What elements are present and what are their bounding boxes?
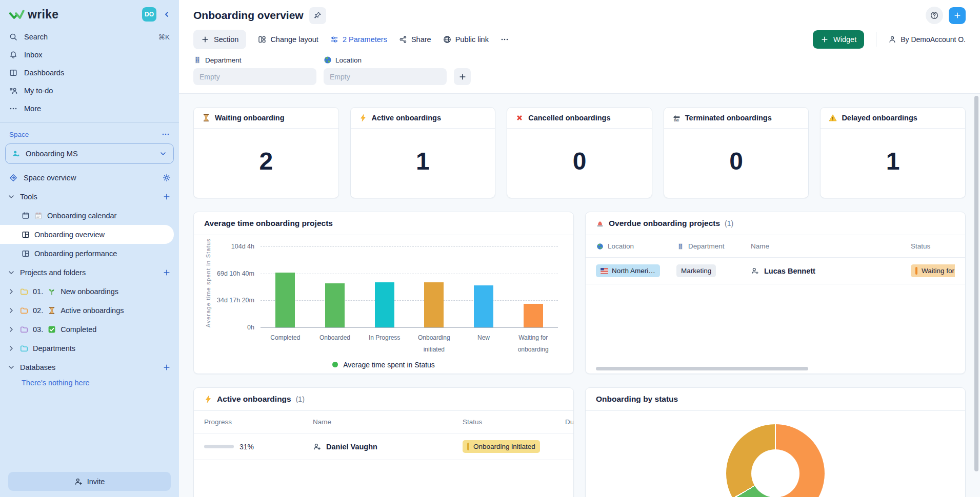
- table-row[interactable]: North Ameri…MarketingLucas BennettWaitin…: [586, 258, 965, 284]
- add-database-icon[interactable]: [163, 363, 171, 371]
- building-icon: [677, 242, 684, 250]
- status-badge: Waiting for onboa: [911, 264, 955, 277]
- bolt-icon: [359, 114, 367, 122]
- kpi-card-cancelled-onboardings[interactable]: Cancelled onboardings0: [507, 107, 652, 198]
- parameter-input-department[interactable]: [193, 68, 316, 85]
- item-prefix: 01.: [33, 287, 43, 296]
- sidebar-item-active-onboardings[interactable]: 02.Active onboardings: [0, 301, 179, 320]
- wrike-logo[interactable]: wrike: [9, 8, 58, 22]
- parameter-input-location[interactable]: [324, 68, 447, 85]
- page-header: Onboarding overview: [179, 0, 980, 26]
- gear-icon[interactable]: [163, 174, 171, 182]
- sidebar-item-my-todo[interactable]: My to-do: [0, 81, 179, 99]
- add-widget-button[interactable]: Widget: [813, 30, 864, 49]
- sidebar-item-search[interactable]: Search⌘K: [0, 28, 179, 46]
- column-header-department[interactable]: Department: [676, 242, 751, 251]
- horizontal-scrollbar[interactable]: [596, 367, 808, 370]
- add-button[interactable]: [949, 7, 966, 24]
- kpi-header: Active onboardings: [351, 108, 495, 129]
- kpi-header: Cancelled onboardings: [507, 108, 652, 129]
- space-selector[interactable]: Onboarding MS: [5, 143, 174, 164]
- invite-button[interactable]: Invite: [8, 472, 171, 491]
- sidebar-item-onboarding-performance[interactable]: Onboarding performance: [0, 244, 179, 263]
- calendar-emoji-icon: [34, 212, 43, 220]
- sidebar-section-tools[interactable]: Tools: [0, 187, 179, 206]
- kpi-value: 0: [507, 129, 652, 193]
- vertical-scrollbar[interactable]: [974, 96, 978, 471]
- sidebar-item-dashboards[interactable]: Dashboards: [0, 64, 179, 81]
- sidebar-collapse-icon[interactable]: [163, 10, 171, 18]
- item-prefix: 02.: [33, 306, 43, 315]
- end-icon: END: [672, 114, 681, 122]
- sidebar-item-inbox[interactable]: Inbox: [0, 46, 179, 64]
- sidebar-item-space-overview[interactable]: Space overview: [0, 168, 179, 187]
- sidebar-item-completed[interactable]: 03.Completed: [0, 320, 179, 339]
- pin-button[interactable]: [309, 7, 326, 24]
- more-actions-button[interactable]: [501, 35, 509, 44]
- x-axis-category: Onboarded: [310, 332, 360, 356]
- change-layout-button[interactable]: Change layout: [258, 35, 318, 44]
- share-icon: [399, 35, 407, 44]
- column-header-name[interactable]: Name: [313, 418, 463, 426]
- sidebar-section-projects[interactable]: Projects and folders: [0, 263, 179, 282]
- add-widget-label: Widget: [833, 35, 856, 44]
- public-link-label: Public link: [455, 35, 489, 44]
- chevron-right-icon[interactable]: [7, 344, 15, 353]
- widget-average-time: Average time onboarding projects Average…: [193, 212, 574, 374]
- parameters-button[interactable]: 2 Parameters: [330, 35, 387, 44]
- kpi-card-waiting-onboarding[interactable]: Waiting onboarding2: [193, 107, 339, 198]
- bar-chart: Average time spent in Status104d 4h69d 1…: [194, 246, 573, 369]
- widget-icon: [22, 250, 30, 258]
- add-project-icon[interactable]: [163, 268, 171, 277]
- sidebar-nav: Search⌘KInboxDashboardsMy to-doMore: [0, 28, 179, 117]
- sidebar-item-more[interactable]: More: [0, 99, 179, 117]
- projects-list: 01.New onboardings02.Active onboardings0…: [0, 282, 179, 358]
- share-button[interactable]: Share: [399, 35, 431, 44]
- column-header-name[interactable]: Name: [751, 242, 911, 250]
- plus-icon: [201, 35, 209, 44]
- kpi-row: Waiting onboarding2Active onboardings1Ca…: [193, 107, 966, 198]
- bar-new: [474, 285, 493, 327]
- chevron-right-icon[interactable]: [7, 306, 15, 315]
- column-header-location[interactable]: Location: [596, 242, 676, 251]
- sidebar-item-departments[interactable]: Departments: [0, 339, 179, 358]
- column-header-progress[interactable]: Progress: [204, 418, 313, 426]
- column-header-status[interactable]: Status: [463, 418, 565, 426]
- column-header-status[interactable]: Status: [911, 242, 955, 250]
- bolt-icon: [204, 395, 212, 403]
- sidebar-item-label: Departments: [33, 344, 75, 353]
- column-label: Status: [463, 418, 482, 426]
- space-more-icon[interactable]: [162, 130, 170, 138]
- column-label: Progress: [204, 418, 232, 426]
- sidebar-item-new-onboardings[interactable]: 01.New onboardings: [0, 282, 179, 301]
- kpi-card-delayed-onboardings[interactable]: Delayed onboardings1: [820, 107, 966, 198]
- page-title: Onboarding overview: [193, 9, 304, 22]
- add-parameter-button[interactable]: [454, 68, 471, 85]
- sidebar-item-onboarding-calendar[interactable]: Onboarding calendar: [0, 206, 179, 225]
- sidebar-section-databases[interactable]: Databases: [0, 358, 179, 377]
- workspace-badge[interactable]: DO: [142, 7, 156, 22]
- chevron-right-icon[interactable]: [7, 287, 15, 296]
- widget-title: Active onboardings: [217, 395, 291, 404]
- dashboard-author[interactable]: By DemoAccount O.: [888, 35, 966, 44]
- invite-label: Invite: [87, 478, 105, 486]
- parameter-label: Department: [205, 56, 242, 64]
- add-section-button[interactable]: Section: [193, 30, 246, 49]
- add-tool-icon[interactable]: [163, 193, 171, 201]
- column-header-du[interactable]: Du: [565, 418, 574, 426]
- help-button[interactable]: [926, 7, 943, 24]
- kpi-card-terminated-onboardings[interactable]: ENDTerminated onboardings0: [664, 107, 809, 198]
- kpi-value: 2: [194, 129, 338, 193]
- parameters-bar: DepartmentLocation: [179, 54, 980, 94]
- public-link-button[interactable]: Public link: [443, 35, 489, 44]
- toolbar-divider: [876, 32, 876, 47]
- sidebar-item-onboarding-overview[interactable]: Onboarding overview: [0, 225, 174, 244]
- y-axis-tick: 104d 4h: [231, 243, 254, 250]
- space-avatar-icon: [12, 150, 20, 158]
- chevron-down-icon: [159, 150, 167, 158]
- kpi-card-active-onboardings[interactable]: Active onboardings1: [350, 107, 496, 198]
- more-icon: [9, 105, 17, 113]
- bar-completed: [275, 273, 295, 327]
- table-row[interactable]: 31%Daniel VaughnOnboarding initiated: [194, 433, 573, 460]
- chevron-right-icon[interactable]: [7, 325, 15, 334]
